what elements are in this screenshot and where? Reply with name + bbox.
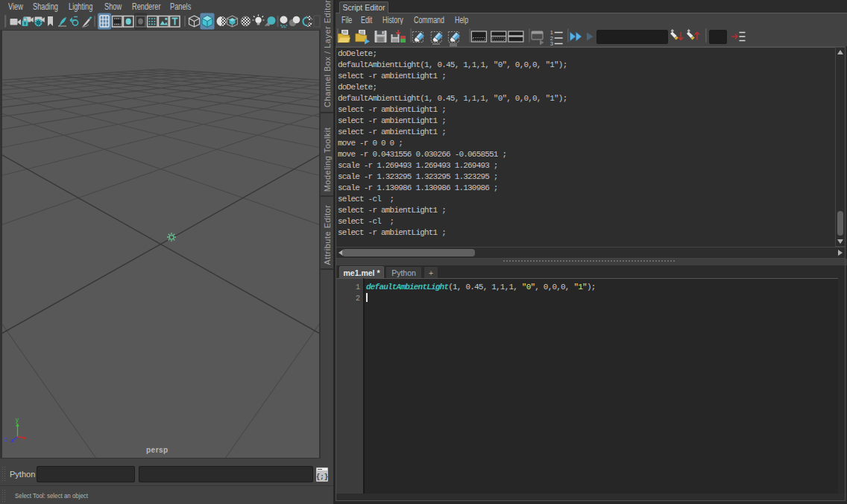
svg-text:persp: persp: [146, 446, 169, 454]
svg-text:3: 3: [550, 40, 553, 46]
svg-text:{;}: {;}: [316, 473, 328, 481]
svg-text:y: y: [16, 416, 19, 423]
svg-text:z: z: [4, 435, 7, 443]
